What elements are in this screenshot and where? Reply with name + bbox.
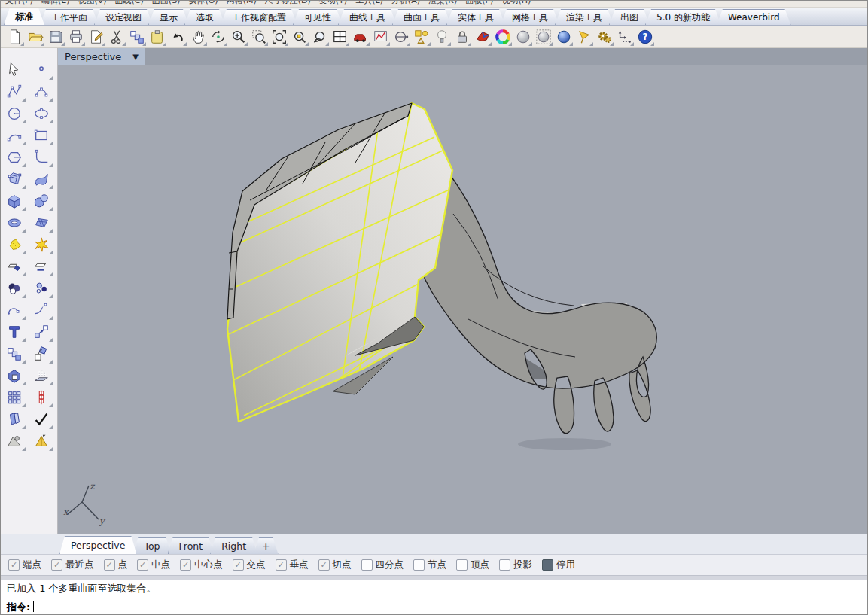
toolbar-tab-4[interactable]: 显示 (148, 9, 189, 25)
menu-item[interactable]: 实体(O) (188, 1, 218, 6)
osnap-四分点[interactable]: 四分点 (361, 559, 404, 571)
zoom-previous-button[interactable] (309, 27, 330, 47)
move-button[interactable] (29, 321, 53, 343)
curve-through-points-button[interactable] (29, 81, 53, 102)
toolbar-tab-10[interactable]: 实体工具 (446, 9, 505, 25)
render-button[interactable] (472, 27, 492, 47)
color-wheel-button[interactable] (492, 27, 513, 47)
osnap-点[interactable]: 点 (104, 559, 128, 571)
extend-curve-button[interactable] (29, 299, 53, 321)
viewport-title-chip[interactable]: Perspective ▼ (58, 48, 145, 65)
viewport-tab-right[interactable]: Right (210, 537, 257, 554)
point-cloud-button[interactable] (29, 277, 53, 299)
osnap-切点[interactable]: 切点 (318, 559, 352, 571)
command-input-line[interactable]: 指令: (1, 598, 867, 615)
toolbar-tab-11[interactable]: 网格工具 (501, 9, 559, 25)
osnap-checkbox[interactable] (51, 559, 62, 571)
light-button[interactable] (431, 27, 452, 47)
menu-item[interactable]: 分析(A) (391, 1, 420, 6)
osnap-中心点[interactable]: 中心点 (180, 559, 223, 571)
osnap-checkbox[interactable] (137, 559, 148, 571)
menu-item[interactable]: 曲线(C) (115, 1, 144, 6)
patch-surface-button[interactable] (29, 212, 53, 233)
add-viewport-tab-button[interactable]: + (254, 537, 278, 554)
viewport-tab-top[interactable]: Top (132, 537, 171, 554)
toolbar-tab-1[interactable]: 标准 (4, 8, 44, 25)
pan-view-button[interactable] (187, 27, 208, 47)
undo-button[interactable] (167, 27, 187, 47)
toolbar-tab-5[interactable]: 选取 (184, 9, 225, 25)
surface-lights-button[interactable] (29, 364, 53, 386)
explode-puzzle-button[interactable] (2, 233, 26, 255)
rendered-viewport-button[interactable] (553, 27, 574, 47)
osnap-checkbox[interactable] (318, 559, 330, 571)
osnap-最近点[interactable]: 最近点 (51, 559, 94, 571)
toolbar-tab-7[interactable]: 可见性 (293, 9, 343, 25)
display-mode-car-button[interactable] (350, 27, 370, 47)
explode-burst-button[interactable] (29, 233, 53, 255)
zoom-extents-button[interactable] (269, 27, 289, 47)
menu-item[interactable]: 面板(P) (465, 1, 493, 6)
curved-surface-button[interactable] (29, 168, 53, 190)
boolean-union-button[interactable] (2, 364, 26, 386)
osnap-停用[interactable]: 停用 (542, 559, 575, 571)
rotate-button[interactable] (29, 343, 53, 364)
osnap-checkbox[interactable] (104, 559, 115, 571)
text-button[interactable] (2, 321, 26, 343)
split-trim-button[interactable] (29, 255, 53, 277)
save-button[interactable] (45, 27, 65, 47)
osnap-checkbox[interactable] (361, 559, 373, 571)
osnap-checkbox[interactable] (180, 559, 191, 571)
viewport-menu-arrow-icon[interactable]: ▼ (132, 53, 141, 61)
rectangle-button[interactable] (29, 124, 53, 146)
toolbar-tab-3[interactable]: 设定视图 (94, 9, 153, 25)
menu-item[interactable]: 变动(T) (319, 1, 347, 6)
dimension-analyze-button[interactable] (614, 27, 635, 47)
viewport-tab-front[interactable]: Front (168, 537, 215, 554)
cut-button[interactable] (106, 27, 126, 47)
box-button[interactable] (2, 190, 26, 212)
surface-from-points-button[interactable] (2, 168, 26, 190)
perspective-viewport[interactable]: z x y Perspective ▼ (58, 48, 867, 534)
open-file-button[interactable] (25, 27, 45, 47)
arm-hand-mesh[interactable] (424, 163, 656, 434)
toolbar-tab-6[interactable]: 工作视窗配置 (221, 9, 297, 25)
osnap-checkbox[interactable] (276, 559, 287, 571)
osnap-checkbox[interactable] (542, 559, 553, 571)
osnap-交点[interactable]: 交点 (233, 559, 266, 571)
paste-button[interactable] (147, 27, 167, 47)
check-select-button[interactable] (29, 408, 53, 430)
menu-item[interactable]: 工具(L) (355, 1, 383, 6)
radius-section-button[interactable] (391, 27, 411, 47)
toolbar-tab-13[interactable]: 出图 (609, 9, 650, 25)
menu-bar[interactable]: 文件(F)编辑(E)视图(V)曲线(C)曲面(S)实体(O)网格(M)尺寸标注(… (1, 1, 867, 8)
zoom-in-button[interactable] (228, 27, 248, 47)
toolbar-tab-15[interactable]: Weaverbird (717, 9, 791, 25)
osnap-投影[interactable]: 投影 (499, 559, 532, 571)
osnap-checkbox[interactable] (456, 559, 468, 571)
blend-curve-button[interactable] (2, 299, 26, 321)
curve-fillet-button[interactable] (29, 146, 53, 168)
menu-item[interactable]: 编辑(E) (41, 1, 70, 6)
toolbar-tab-9[interactable]: 曲面工具 (392, 9, 451, 25)
cone-primitive-button[interactable] (2, 430, 26, 452)
group-objects-button[interactable] (2, 408, 26, 430)
shaded-viewport-button[interactable] (513, 27, 533, 47)
menu-item[interactable]: 文件(F) (5, 1, 33, 6)
select-pointer-button[interactable] (2, 59, 26, 81)
osnap-checkbox[interactable] (499, 559, 510, 571)
toolbar-tab-14[interactable]: 5.0 的新功能 (645, 9, 721, 25)
osnap-中点[interactable]: 中点 (137, 559, 170, 571)
circle-button[interactable] (2, 102, 26, 124)
linear-array-button[interactable] (29, 386, 53, 408)
viewport-layout-button[interactable] (330, 27, 350, 47)
edit-properties-button[interactable] (86, 27, 106, 47)
osnap-垂点[interactable]: 垂点 (276, 559, 309, 571)
help-button[interactable]: ? (635, 27, 655, 47)
osnap-顶点[interactable]: 顶点 (456, 559, 489, 571)
selection-filter-button[interactable] (411, 27, 431, 47)
osnap-checkbox[interactable] (8, 559, 20, 571)
toolbar-tab-2[interactable]: 工作平面 (40, 9, 99, 25)
route-map-button[interactable] (370, 27, 391, 47)
new-document-button[interactable] (5, 27, 25, 47)
